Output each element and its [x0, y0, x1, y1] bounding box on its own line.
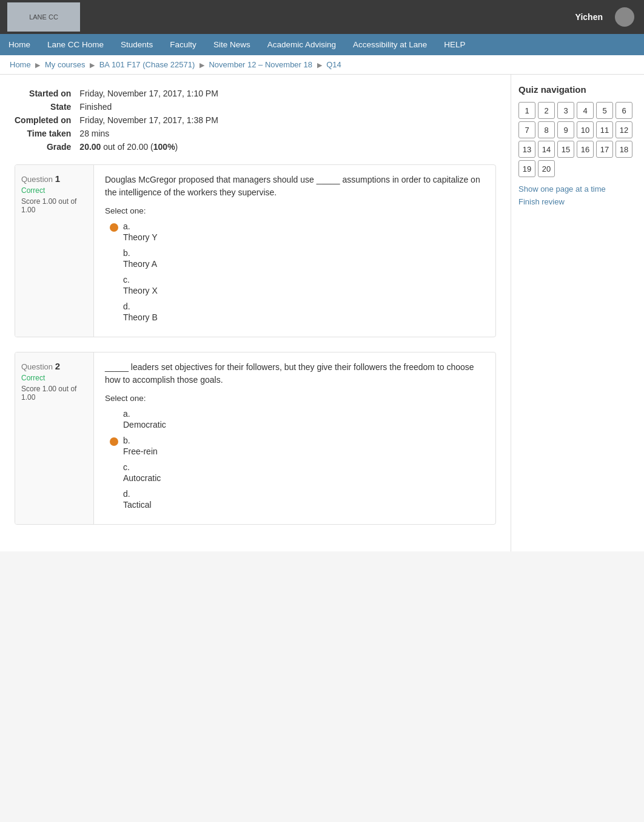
quiz-nav-num-8[interactable]: 8: [538, 121, 555, 138]
quiz-nav-num-5[interactable]: 5: [596, 102, 613, 119]
nav-academic-advising[interactable]: Academic Advising: [259, 34, 344, 55]
logo: LANE CC: [7, 2, 80, 32]
state-value: Finished: [79, 100, 224, 113]
q2-option-b: b. Free-rein: [110, 436, 485, 456]
grade-value: 20.00 out of 20.00 (100%): [79, 140, 224, 153]
q2-option-a-indicator: [110, 409, 118, 417]
q1-number-label: Question 1: [21, 173, 87, 184]
q2-option-c: c. Autocratic: [110, 462, 485, 483]
bc-my-courses[interactable]: My courses: [45, 60, 85, 69]
quiz-nav-num-13[interactable]: 13: [518, 141, 535, 158]
quiz-nav-num-4[interactable]: 4: [577, 102, 594, 119]
quiz-nav-num-6[interactable]: 6: [615, 102, 632, 119]
quiz-area: Started on Friday, November 17, 2017, 1:…: [0, 75, 511, 551]
time-taken-label: Time taken: [15, 127, 79, 140]
nav-help[interactable]: HELP: [435, 34, 474, 55]
bc-home[interactable]: Home: [10, 60, 31, 69]
q2-option-a-text: Democratic: [123, 420, 166, 430]
q2-option-b-indicator: [110, 437, 118, 446]
q2-option-d-text: Tactical: [123, 500, 152, 510]
bc-course[interactable]: BA 101 F17 (Chase 22571): [99, 60, 195, 69]
quiz-nav-num-7[interactable]: 7: [518, 121, 535, 138]
q1-option-c-indicator: [110, 275, 118, 283]
username: Yichen: [575, 12, 603, 22]
completed-on-value: Friday, November 17, 2017, 1:38 PM: [79, 113, 224, 127]
q1-option-a: a. Theory Y: [110, 221, 485, 242]
q1-select-label: Select one:: [105, 206, 485, 215]
q2-select-label: Select one:: [105, 394, 485, 403]
q1-number: 1: [55, 173, 60, 184]
quiz-nav-num-14[interactable]: 14: [538, 141, 555, 158]
grade-pct: 100%: [153, 142, 175, 152]
q1-option-c: c. Theory X: [110, 275, 485, 295]
show-one-page-link[interactable]: Show one page at a time: [518, 184, 637, 194]
q1-option-b-content: b. Theory A: [123, 248, 157, 269]
q1-text: Douglas McGregor proposed that managers …: [105, 173, 485, 199]
question-1: Question 1 Correct Score 1.00 out of 1.0…: [15, 164, 496, 337]
nav-site-news[interactable]: Site News: [205, 34, 259, 55]
bc-quiz[interactable]: Q14: [326, 60, 341, 69]
q1-option-a-indicator: [110, 223, 118, 232]
quiz-nav-num-9[interactable]: 9: [557, 121, 574, 138]
question-1-right: Douglas McGregor proposed that managers …: [94, 165, 495, 337]
q2-status: Correct: [21, 374, 87, 382]
quiz-nav-num-12[interactable]: 12: [615, 121, 632, 138]
finish-review-link[interactable]: Finish review: [518, 197, 637, 206]
started-on-value: Friday, November 17, 2017, 1:10 PM: [79, 87, 224, 100]
q2-option-c-indicator: [110, 462, 118, 471]
q2-score: Score 1.00 out of 1.00: [21, 385, 87, 402]
main-content: Started on Friday, November 17, 2017, 1:…: [0, 75, 644, 551]
q2-option-d-content: d. Tactical: [123, 489, 152, 510]
q1-option-b-text: Theory A: [123, 259, 157, 269]
q1-option-c-text: Theory X: [123, 286, 158, 295]
q2-text: _____ leaders set objectives for their f…: [105, 361, 485, 386]
nav-lane-cc-home[interactable]: Lane CC Home: [39, 34, 112, 55]
nav-accessibility-at-lane[interactable]: Accessibility at Lane: [344, 34, 435, 55]
q2-option-a: a. Democratic: [110, 409, 485, 430]
quiz-nav-num-1[interactable]: 1: [518, 102, 535, 119]
quiz-nav-num-10[interactable]: 10: [577, 121, 594, 138]
q1-option-c-content: c. Theory X: [123, 275, 158, 295]
quiz-nav-num-3[interactable]: 3: [557, 102, 574, 119]
quiz-nav-num-2[interactable]: 2: [538, 102, 555, 119]
q2-option-d-indicator: [110, 489, 118, 497]
q2-option-c-content: c. Autocratic: [123, 462, 161, 483]
q1-option-d: d. Theory B: [110, 302, 485, 322]
q1-option-a-text: Theory Y: [123, 232, 158, 242]
quiz-nav-num-17[interactable]: 17: [596, 141, 613, 158]
q2-option-c-text: Autocratic: [123, 473, 161, 483]
grade-end: ): [175, 142, 178, 152]
q1-option-a-content: a. Theory Y: [123, 221, 158, 242]
quiz-nav-title: Quiz navigation: [518, 84, 637, 95]
bc-week[interactable]: November 12 – November 18: [209, 60, 312, 69]
nav-faculty[interactable]: Faculty: [161, 34, 205, 55]
started-on-label: Started on: [15, 87, 79, 100]
state-label: State: [15, 100, 79, 113]
quiz-nav-num-16[interactable]: 16: [577, 141, 594, 158]
quiz-nav-num-18[interactable]: 18: [615, 141, 632, 158]
q1-option-d-text: Theory B: [123, 312, 158, 322]
question-2-right: _____ leaders set objectives for their f…: [94, 352, 495, 524]
grade-label: Grade: [15, 140, 79, 153]
q1-option-b: b. Theory A: [110, 248, 485, 269]
quiz-nav-num-20[interactable]: 20: [538, 160, 555, 177]
quiz-info: Started on Friday, November 17, 2017, 1:…: [15, 87, 496, 153]
quiz-nav-numbers: 1234567891011121314151617181920: [518, 102, 637, 177]
q2-option-b-content: b. Free-rein: [123, 436, 158, 456]
quiz-nav-num-19[interactable]: 19: [518, 160, 535, 177]
top-bar: LANE CC Yichen: [0, 0, 644, 34]
q2-option-a-content: a. Democratic: [123, 409, 166, 430]
q2-number-label: Question 2: [21, 361, 87, 371]
grade-suffix: out of 20.00 (: [103, 142, 153, 152]
nav-students[interactable]: Students: [112, 34, 161, 55]
quiz-nav-num-11[interactable]: 11: [596, 121, 613, 138]
quiz-sidebar: Quiz navigation 123456789101112131415161…: [511, 75, 644, 551]
q1-option-d-indicator: [110, 302, 118, 310]
q1-option-b-indicator: [110, 248, 118, 257]
grade-number: 20.00: [79, 142, 101, 152]
quiz-nav-num-15[interactable]: 15: [557, 141, 574, 158]
user-avatar: [615, 7, 634, 27]
nav-bar: Home Lane CC Home Students Faculty Site …: [0, 34, 644, 55]
nav-home[interactable]: Home: [0, 34, 39, 55]
q2-number: 2: [55, 361, 60, 371]
